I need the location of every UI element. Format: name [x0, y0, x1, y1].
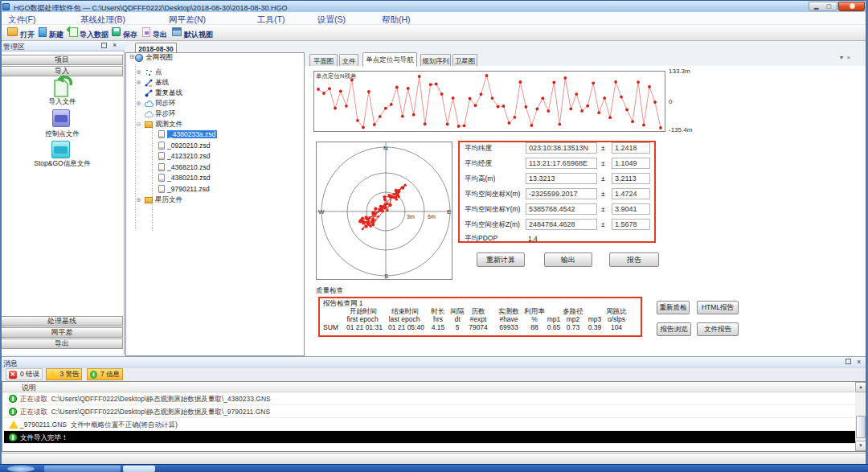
svg-text:E: E: [447, 208, 451, 215]
svg-text:W: W: [318, 208, 325, 215]
svg-text:S: S: [384, 273, 388, 279]
svg-text:3m: 3m: [407, 214, 415, 220]
svg-text:N: N: [383, 145, 388, 152]
svg-text:6m: 6m: [428, 214, 436, 220]
